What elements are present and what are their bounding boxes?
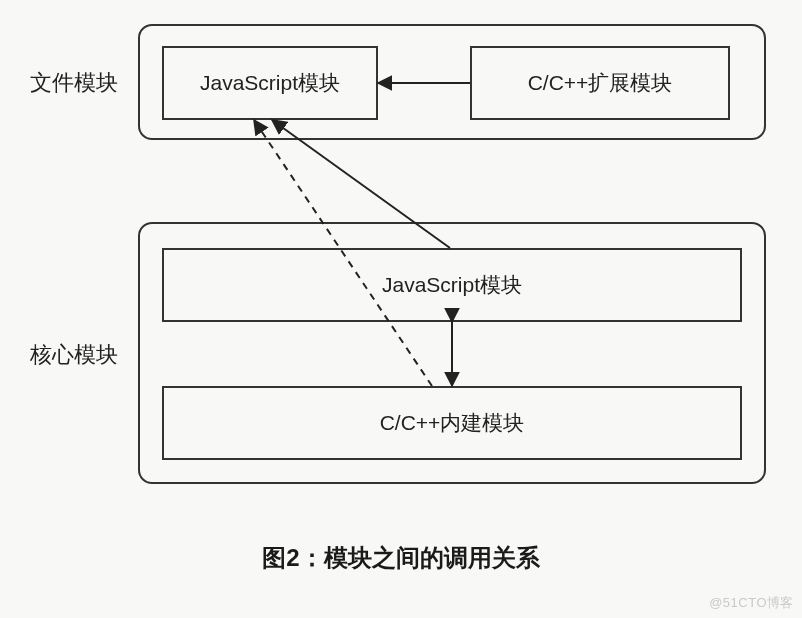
diagram-canvas: 文件模块 JavaScript模块 C/C++扩展模块 核心模块 JavaScr…: [0, 0, 802, 618]
js-module-top-box: JavaScript模块: [162, 46, 378, 120]
watermark-text: @51CTO博客: [709, 594, 794, 612]
figure-caption: 图2：模块之间的调用关系: [0, 542, 802, 574]
c-cpp-builtin-text: C/C++内建模块: [380, 409, 525, 437]
js-module-core-text: JavaScript模块: [382, 271, 522, 299]
core-module-label: 核心模块: [30, 340, 118, 370]
js-module-top-text: JavaScript模块: [200, 69, 340, 97]
js-module-core-box: JavaScript模块: [162, 248, 742, 322]
c-cpp-ext-box: C/C++扩展模块: [470, 46, 730, 120]
file-module-label: 文件模块: [30, 68, 118, 98]
c-cpp-ext-text: C/C++扩展模块: [528, 69, 673, 97]
c-cpp-builtin-box: C/C++内建模块: [162, 386, 742, 460]
